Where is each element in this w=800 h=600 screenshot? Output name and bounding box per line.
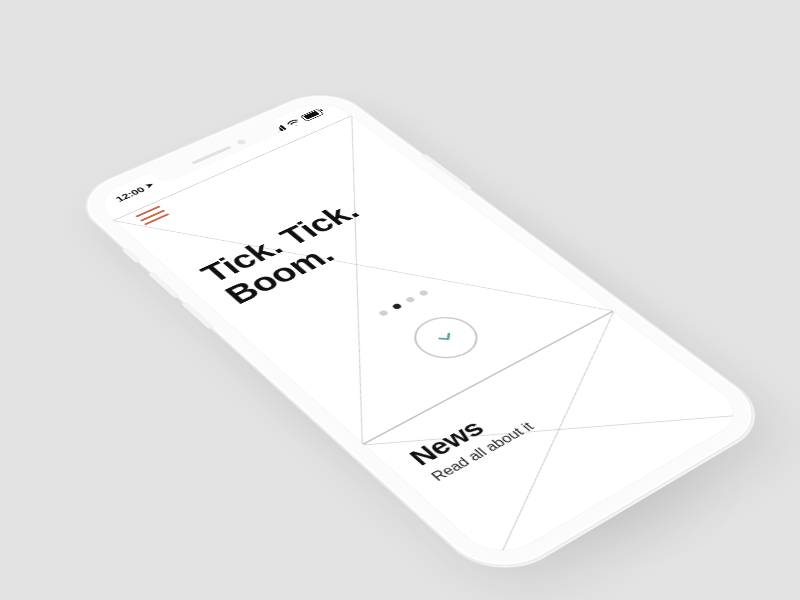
location-icon: ➤ [143,181,157,190]
scroll-down-button[interactable] [401,309,490,367]
news-subheading: Read all about it [428,420,537,484]
chevron-down-icon [432,328,461,347]
stage: 12:00 ➤ [0,0,800,600]
mute-switch [122,248,142,264]
page-dot[interactable] [378,309,389,316]
front-camera [235,139,246,146]
page-dot[interactable] [391,303,402,310]
page-dot[interactable] [405,296,416,303]
device: 12:00 ➤ [71,87,773,581]
status-time: 12:00 [113,185,147,203]
wifi-icon [285,118,303,128]
volume-down-button [181,301,214,329]
news-heading: News [403,415,491,470]
battery-icon [300,109,324,122]
